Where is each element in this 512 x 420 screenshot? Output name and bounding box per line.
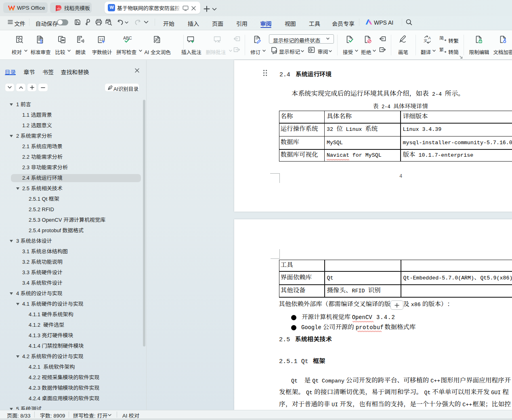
svg-text:A: A [428,36,431,40]
svg-text:文: 文 [424,38,428,43]
svg-text:ABC: ABC [123,36,132,40]
svg-text:繁: 繁 [439,47,444,52]
svg-text:12: 12 [99,37,104,42]
svg-text:简: 简 [439,35,444,41]
